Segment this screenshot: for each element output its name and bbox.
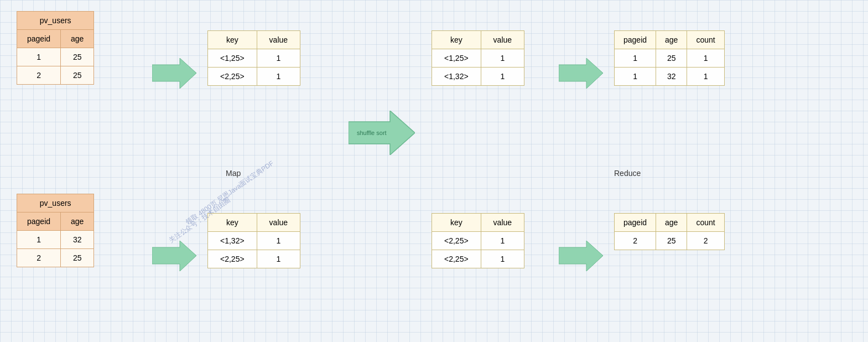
- pv-users-top-header-pageid: pageid: [17, 30, 61, 48]
- map-top-header-key: key: [208, 31, 257, 49]
- svg-marker-3: [559, 58, 603, 89]
- pv-users-top-row2-age: 25: [61, 66, 94, 85]
- result-bottom-header-count: count: [687, 214, 724, 232]
- map-label: Map: [226, 169, 241, 178]
- shuffle-top-header-key: key: [432, 31, 481, 49]
- result-top-row2-age: 32: [656, 68, 687, 86]
- result-bottom-header-age: age: [656, 214, 687, 232]
- pv-users-bottom-row1-pageid: 1: [17, 231, 61, 249]
- result-top-row1-age: 25: [656, 49, 687, 68]
- map-top-row2-key: <2,25>: [208, 68, 257, 86]
- shuffle-top-row1-key: <1,25>: [432, 49, 481, 68]
- map-top-row1-key: <1,25>: [208, 49, 257, 68]
- svg-marker-5: [559, 241, 603, 271]
- result-bottom-row1-count: 2: [687, 232, 724, 250]
- pv-users-bottom-header-age: age: [61, 213, 94, 231]
- result-top-header-count: count: [687, 31, 724, 49]
- map-bottom-row1-value: 1: [257, 232, 300, 250]
- shuffle-top-header-value: value: [481, 31, 524, 49]
- shuffle-bottom-header-key: key: [432, 214, 481, 232]
- pv-users-bottom-table: pv_users pageid age 1 32 2 25: [17, 194, 94, 267]
- result-bottom-row1-age: 25: [656, 232, 687, 250]
- shuffle-top-row2-key: <1,32>: [432, 68, 481, 86]
- map-bottom-row1-key: <1,32>: [208, 232, 257, 250]
- map-bottom-header-value: value: [257, 214, 300, 232]
- pv-users-top-row1-pageid: 1: [17, 48, 61, 66]
- shuffle-bottom-table: key value <2,25> 1 <2,25> 1: [432, 213, 524, 268]
- reduce-label: Reduce: [614, 169, 641, 178]
- map-top-header-value: value: [257, 31, 300, 49]
- map-bottom-row2-key: <2,25>: [208, 250, 257, 268]
- shuffle-bottom-row2-key: <2,25>: [432, 250, 481, 268]
- svg-text:shuffle sort: shuffle sort: [357, 129, 387, 136]
- shuffle-top-row1-value: 1: [481, 49, 524, 68]
- map-top-row1-value: 1: [257, 49, 300, 68]
- map-bottom-table: key value <1,32> 1 <2,25> 1: [207, 213, 300, 268]
- pv-users-top-title: pv_users: [17, 12, 94, 30]
- pv-users-bottom-title: pv_users: [17, 194, 94, 213]
- result-top-row1-pageid: 1: [615, 49, 656, 68]
- arrow-reduce-bottom: [559, 241, 603, 273]
- svg-marker-4: [152, 241, 196, 271]
- shuffle-bottom-row1-value: 1: [481, 232, 524, 250]
- arrow-map-bottom: [152, 241, 196, 273]
- shuffle-bottom-header-value: value: [481, 214, 524, 232]
- shuffle-top-table: key value <1,25> 1 <1,32> 1: [432, 30, 524, 86]
- pv-users-bottom-row1-age: 32: [61, 231, 94, 249]
- arrow-shuffle-sort: shuffle sort: [349, 111, 415, 157]
- shuffle-bottom-row1-key: <2,25>: [432, 232, 481, 250]
- result-top-header-pageid: pageid: [615, 31, 656, 49]
- pv-users-bottom-row2-pageid: 2: [17, 249, 61, 267]
- pv-users-top-row2-pageid: 2: [17, 66, 61, 85]
- pv-users-bottom-header-pageid: pageid: [17, 213, 61, 231]
- svg-marker-0: [152, 58, 196, 89]
- arrow-map-top: [152, 58, 196, 90]
- map-top-table: key value <1,25> 1 <2,25> 1: [207, 30, 300, 86]
- pv-users-top-header-age: age: [61, 30, 94, 48]
- pv-users-top-row1-age: 25: [61, 48, 94, 66]
- result-bottom-table: pageid age count 2 25 2: [614, 213, 725, 250]
- map-top-row2-value: 1: [257, 68, 300, 86]
- result-top-row2-pageid: 1: [615, 68, 656, 86]
- map-bottom-header-key: key: [208, 214, 257, 232]
- shuffle-top-row2-value: 1: [481, 68, 524, 86]
- arrow-reduce-top: [559, 58, 603, 90]
- result-bottom-header-pageid: pageid: [615, 214, 656, 232]
- result-bottom-row1-pageid: 2: [615, 232, 656, 250]
- result-top-row1-count: 1: [687, 49, 724, 68]
- pv-users-top-table: pv_users pageid age 1 25 2 25: [17, 11, 94, 85]
- result-top-row2-count: 1: [687, 68, 724, 86]
- result-top-header-age: age: [656, 31, 687, 49]
- map-bottom-row2-value: 1: [257, 250, 300, 268]
- pv-users-bottom-row2-age: 25: [61, 249, 94, 267]
- result-top-table: pageid age count 1 25 1 1 32 1: [614, 30, 725, 86]
- shuffle-bottom-row2-value: 1: [481, 250, 524, 268]
